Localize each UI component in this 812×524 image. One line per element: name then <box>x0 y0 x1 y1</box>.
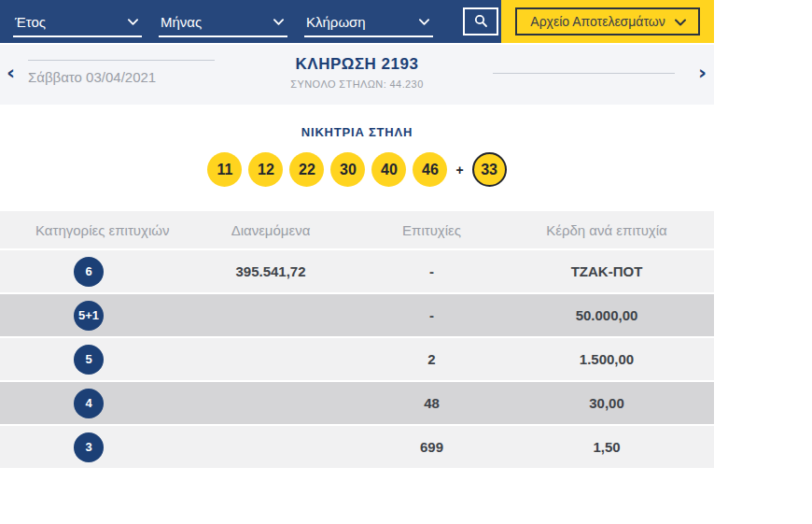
draw-dropdown[interactable]: Κλήρωση <box>304 7 433 37</box>
results-archive-label: Αρχείο Αποτελεσμάτων <box>530 14 665 29</box>
main-numbers: 111222304046 <box>207 152 447 187</box>
table-row: 5+1-50.000,00 <box>0 294 714 336</box>
prize-value: 1.500,00 <box>499 351 714 367</box>
winning-numbers-row: 111222304046 + 33 <box>0 152 714 187</box>
header-distributed: Διανεμόμενα <box>177 222 364 238</box>
prize-value: 30,00 <box>499 395 714 411</box>
chevron-down-icon <box>675 17 685 27</box>
bonus-number-ball: 33 <box>472 152 507 187</box>
results-table: Κατηγορίες επιτυχιών Διανεμόμενα Επιτυχί… <box>0 211 714 468</box>
category-badge: 6 <box>74 257 104 287</box>
chevron-down-icon <box>419 17 429 27</box>
results-rows: 6395.541,72-ΤΖΑΚ-ΠΟΤ5+1-50.000,00521.500… <box>0 250 714 468</box>
search-icon <box>473 13 488 31</box>
wins-value: - <box>364 307 499 323</box>
filters-bar: Έτος Μήνας Κλήρωση <box>0 0 501 43</box>
winning-column-section: ΝΙΚΗΤΡΙΑ ΣΤΗΛΗ 111222304046 + 33 <box>0 125 714 187</box>
header-prize: Κέρδη ανά επιτυχία <box>499 222 714 238</box>
distributed-value: 395.541,72 <box>177 263 364 279</box>
wins-value: - <box>364 263 499 279</box>
archive-bar: Αρχείο Αποτελεσμάτων <box>501 0 714 43</box>
category-badge: 3 <box>74 432 104 462</box>
winning-number-ball: 11 <box>207 152 242 187</box>
prize-value: ΤΖΑΚ-ΠΟΤ <box>499 263 714 279</box>
plus-sign: + <box>455 163 463 177</box>
table-row: 6395.541,72-ΤΖΑΚ-ΠΟΤ <box>0 250 714 292</box>
wins-value: 699 <box>364 439 499 455</box>
draw-header: ‹ Σάββατο 03/04/2021 ΚΛΗΡΩΣΗ 2193 ΣΥΝΟΛΟ… <box>0 45 714 105</box>
chevron-down-icon <box>128 17 138 27</box>
draw-title: ΚΛΗΡΩΣΗ 2193 <box>0 55 714 74</box>
wins-value: 48 <box>364 395 499 411</box>
draw-subtitle: ΣΥΝΟΛΟ ΣΤΗΛΩΝ: 44.230 <box>0 78 714 90</box>
table-row: 44830,00 <box>0 382 714 424</box>
winning-number-ball: 22 <box>289 152 324 187</box>
results-archive-button[interactable]: Αρχείο Αποτελεσμάτων <box>515 7 699 35</box>
prize-value: 50.000,00 <box>499 307 714 323</box>
winning-number-ball: 30 <box>330 152 365 187</box>
search-button[interactable] <box>463 7 498 35</box>
year-dropdown-label: Έτος <box>15 14 46 30</box>
header-wins: Επιτυχίες <box>364 222 499 238</box>
winning-number-ball: 12 <box>248 152 283 187</box>
prize-value: 1,50 <box>499 439 714 455</box>
top-toolbar: Έτος Μήνας Κλήρωση <box>0 0 714 43</box>
wins-value: 2 <box>364 351 499 367</box>
next-divider-line <box>493 73 675 74</box>
winning-number-ball: 46 <box>413 152 447 187</box>
page-content: Έτος Μήνας Κλήρωση <box>0 0 714 468</box>
table-header-row: Κατηγορίες επιτυχιών Διανεμόμενα Επιτυχί… <box>0 211 714 248</box>
table-row: 36991,50 <box>0 426 714 468</box>
winning-number-ball: 40 <box>371 152 406 187</box>
month-dropdown-label: Μήνας <box>161 14 202 30</box>
winning-column-heading: ΝΙΚΗΤΡΙΑ ΣΤΗΛΗ <box>0 125 714 139</box>
draw-dropdown-label: Κλήρωση <box>306 14 366 30</box>
category-badge: 4 <box>74 389 104 418</box>
header-categories: Κατηγορίες επιτυχιών <box>0 222 177 238</box>
next-draw-arrow[interactable]: › <box>698 63 707 83</box>
category-badge: 5 <box>74 345 104 375</box>
chevron-down-icon <box>273 17 284 27</box>
year-dropdown[interactable]: Έτος <box>13 7 142 37</box>
month-dropdown[interactable]: Μήνας <box>159 7 287 37</box>
table-row: 521.500,00 <box>0 338 714 380</box>
category-badge: 5+1 <box>74 301 104 331</box>
